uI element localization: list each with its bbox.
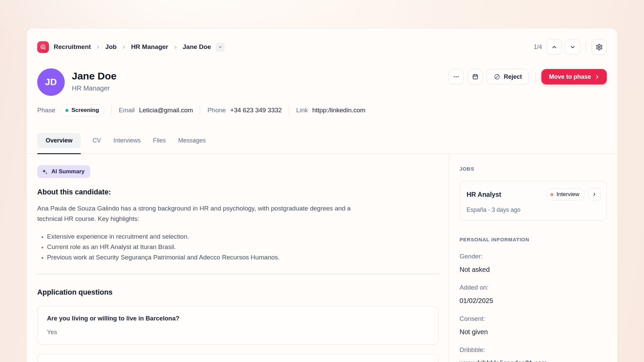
- personal-information-heading: PERSONAL INFORMATION: [460, 237, 607, 242]
- topbar: Recruitment Job HR Manager Jane Doe 1/4: [27, 28, 617, 55]
- ellipsis-icon: [453, 73, 460, 80]
- divider: [111, 106, 112, 115]
- link-value[interactable]: httpp:/linkedin.com: [312, 107, 365, 114]
- tab-cv[interactable]: CV: [92, 133, 102, 148]
- header-actions: Reject Move to phase: [448, 69, 607, 84]
- breadcrumb-hr-manager[interactable]: HR Manager: [131, 43, 168, 51]
- divider: [586, 43, 586, 51]
- candidate-identity: JD Jane Doe HR Manager: [37, 68, 116, 96]
- divider: [535, 72, 535, 81]
- ai-summary-badge[interactable]: AI Summary: [37, 165, 90, 178]
- details-sidebar: JOBS HR Analyst Interview España - 3 day…: [449, 154, 617, 362]
- overview-main: AI Summary About this candidate: Ana Pau…: [27, 154, 449, 362]
- phone-value[interactable]: +34 623 349 3332: [230, 107, 282, 114]
- link-label: Link: [296, 107, 308, 114]
- chevron-right-icon: [173, 45, 178, 50]
- person-search-icon: [40, 44, 47, 51]
- candidate-panel: Recruitment Job HR Manager Jane Doe 1/4: [26, 28, 618, 362]
- job-card[interactable]: HR Analyst Interview España - 3 days ago: [460, 181, 607, 221]
- question-text: Are you living or willing to live in Bar…: [47, 315, 429, 322]
- breadcrumb-recruitment[interactable]: Recruitment: [54, 43, 91, 51]
- breadcrumb: Recruitment Job HR Manager Jane Doe: [37, 41, 225, 53]
- divider: [289, 106, 289, 115]
- about-text: Ana Paula de Souza Galindo has a strong …: [37, 203, 356, 224]
- tab-interviews[interactable]: Interviews: [113, 133, 141, 148]
- reject-label: Reject: [504, 73, 522, 80]
- dashed-divider: [37, 274, 439, 274]
- breadcrumb-job[interactable]: Job: [105, 43, 117, 51]
- open-job-button[interactable]: [588, 188, 601, 201]
- field-dribbble: Dribbble: www.dribbble/janedoe21.com: [460, 346, 607, 362]
- job-status-badge: Interview: [546, 188, 585, 200]
- field-consent: Consent: Not given: [460, 315, 607, 336]
- chevron-up-icon: [551, 44, 557, 50]
- field-gender: Gender: Not asked: [460, 253, 607, 274]
- avatar: JD: [37, 68, 65, 96]
- divider: [200, 106, 200, 115]
- phase-dot: [65, 109, 68, 112]
- job-title: HR Analyst: [467, 191, 546, 198]
- reject-button[interactable]: Reject: [487, 69, 529, 84]
- jobs-heading: JOBS: [460, 166, 474, 172]
- ai-summary-label: AI Summary: [51, 168, 85, 175]
- next-candidate-button[interactable]: [565, 39, 580, 55]
- phase-value: Screening: [71, 107, 99, 114]
- page: Recruitment Job HR Manager Jane Doe 1/4: [0, 0, 644, 362]
- calendar-icon: [472, 73, 479, 80]
- more-options-button[interactable]: [448, 69, 464, 84]
- tab-overview[interactable]: Overview: [37, 133, 81, 148]
- phase-label: Phase: [37, 107, 55, 114]
- email-value[interactable]: Leticia@gmail.com: [139, 107, 193, 114]
- pager: 1/4: [534, 39, 607, 55]
- schedule-button[interactable]: [468, 69, 483, 84]
- highlights-list: Extensive experience in recruitment and …: [37, 231, 439, 262]
- email-label: Email: [119, 107, 135, 114]
- panel-body: AI Summary About this candidate: Ana Pau…: [27, 154, 617, 362]
- move-to-phase-button[interactable]: Move to phase: [541, 69, 607, 84]
- tab-files[interactable]: Files: [152, 133, 166, 148]
- candidate-name: Jane Doe: [72, 70, 116, 82]
- highlight-item: Current role as an HR Analyst at Ituran …: [47, 242, 439, 252]
- highlight-item: Previous work at Security Segurança Patr…: [47, 252, 439, 262]
- chevron-right-icon: [594, 74, 600, 80]
- tab-bar: Overview CV Interviews Files Messages: [27, 133, 617, 154]
- phase-badge[interactable]: Screening: [61, 104, 104, 116]
- chevron-right-icon: [592, 192, 597, 197]
- highlight-item: Extensive experience in recruitment and …: [47, 231, 439, 242]
- app-logo[interactable]: [37, 41, 49, 53]
- chevron-right-icon: [121, 45, 126, 50]
- gear-icon: [596, 44, 603, 51]
- candidate-role: HR Manager: [72, 84, 116, 92]
- candidate-header: JD Jane Doe HR Manager Reject: [27, 68, 617, 96]
- job-status: Interview: [556, 191, 579, 198]
- sparkles-icon: [42, 169, 48, 175]
- question-card: What are your salary expectations?: [37, 354, 439, 362]
- answer-text: Yes: [47, 328, 429, 336]
- status-dot: [550, 193, 553, 196]
- candidate-switcher-button[interactable]: [216, 43, 225, 52]
- about-heading: About this candidate:: [37, 188, 439, 196]
- previous-candidate-button[interactable]: [546, 39, 562, 55]
- move-to-phase-label: Move to phase: [549, 73, 591, 80]
- ban-icon: [494, 73, 500, 80]
- chevron-right-icon: [96, 45, 101, 50]
- job-meta: España - 3 days ago: [467, 206, 601, 214]
- pager-position: 1/4: [534, 44, 542, 51]
- chevron-down-icon: [570, 44, 576, 50]
- breadcrumb-candidate[interactable]: Jane Doe: [183, 43, 211, 51]
- question-card: Are you living or willing to live in Bar…: [37, 306, 439, 345]
- application-questions-heading: Application questions: [37, 288, 439, 297]
- chevron-down-icon: [218, 45, 222, 49]
- field-added-on: Added on: 01/02/2025: [460, 284, 607, 305]
- contact-info-row: Phase Screening Email Leticia@gmail.com …: [27, 104, 617, 116]
- phone-label: Phone: [207, 107, 226, 114]
- tab-messages[interactable]: Messages: [177, 133, 206, 148]
- settings-button[interactable]: [591, 39, 607, 55]
